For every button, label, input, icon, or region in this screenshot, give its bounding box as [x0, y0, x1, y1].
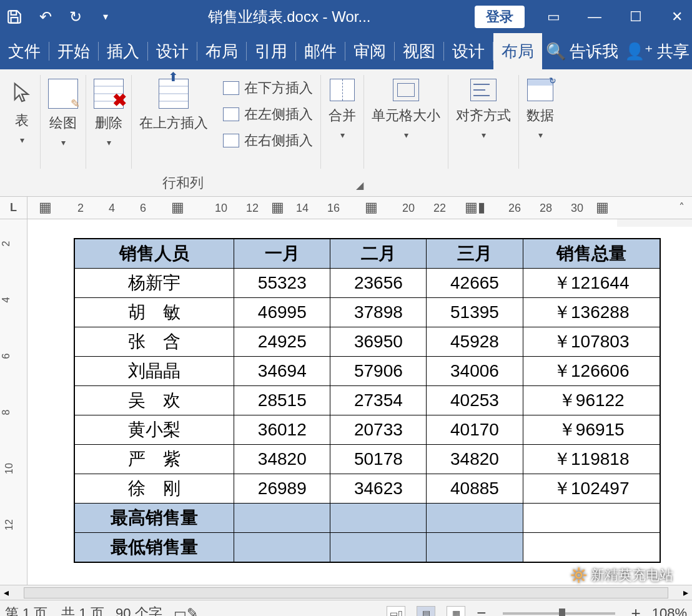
table-cell[interactable]: ￥96915 — [523, 415, 660, 445]
tab-table-layout[interactable]: 布局 — [493, 33, 542, 69]
table-cell[interactable]: 黄小梨 — [74, 415, 234, 445]
header-name[interactable]: 销售人员 — [74, 239, 234, 269]
table-cell[interactable]: 34694 — [234, 357, 330, 386]
table-cell[interactable]: 27354 — [330, 386, 427, 415]
min-label[interactable]: 最低销售量 — [74, 533, 234, 563]
table-row[interactable]: 黄小梨360122073340170￥96915 — [74, 415, 660, 445]
table-row[interactable]: 吴 欢285152735440253￥96122 — [74, 386, 660, 415]
table-cell[interactable]: 51395 — [427, 298, 523, 327]
zoom-thumb[interactable] — [559, 609, 565, 617]
tab-view[interactable]: 视图 — [395, 33, 443, 69]
table-row[interactable]: 杨新宇553232365642665￥121644 — [74, 269, 660, 298]
table-cell[interactable]: 40170 — [427, 415, 523, 445]
zoom-out-icon[interactable]: − — [477, 604, 486, 616]
minimize-icon[interactable]: — — [586, 9, 603, 25]
table-cell[interactable]: 24925 — [234, 327, 330, 357]
page-indicator[interactable]: 第 1 页，共 1 页 — [5, 604, 104, 617]
min-feb[interactable] — [330, 533, 427, 563]
table-cell[interactable]: ￥119818 — [523, 445, 660, 474]
delete-button[interactable]: ✖ 删除 ▾ — [94, 75, 124, 147]
table-cell[interactable]: 57906 — [330, 357, 427, 386]
max-total[interactable] — [523, 504, 660, 533]
tab-insert[interactable]: 插入 — [99, 33, 147, 69]
table-row[interactable]: 胡 敏469953789851395￥136288 — [74, 298, 660, 327]
table-cell[interactable]: 严 紫 — [74, 445, 234, 474]
table-cell[interactable]: ￥96122 — [523, 386, 660, 415]
merge-button[interactable]: 合并 ▾ — [329, 75, 356, 140]
table-cell[interactable]: 46995 — [234, 298, 330, 327]
table-cell[interactable]: 23656 — [330, 269, 427, 298]
header-jan[interactable]: 一月 — [234, 239, 330, 269]
table-cell[interactable]: 45928 — [427, 327, 523, 357]
table-cell[interactable]: ￥107803 — [523, 327, 660, 357]
undo-icon[interactable]: ↶ — [36, 8, 55, 26]
zoom-slider[interactable] — [503, 612, 615, 615]
scroll-left-icon[interactable]: ◂ — [0, 587, 12, 599]
tab-references[interactable]: 引用 — [247, 33, 295, 69]
insert-below-button[interactable]: 在下方插入 — [223, 79, 313, 97]
insert-right-button[interactable]: 在右侧插入 — [223, 131, 313, 150]
maximize-icon[interactable]: ☐ — [627, 9, 645, 25]
word-count[interactable]: 90 个字 — [116, 604, 162, 617]
table-cell[interactable]: 34820 — [234, 445, 330, 474]
select-table-button[interactable]: 表 ▾ — [11, 75, 32, 145]
sales-table[interactable]: 销售人员 一月 二月 三月 销售总量 杨新宇553232365642665￥12… — [74, 238, 661, 563]
insert-left-button[interactable]: 在左侧插入 — [223, 105, 313, 124]
table-row-min[interactable]: 最低销售量 — [74, 533, 660, 563]
table-row[interactable]: 张 含249253695045928￥107803 — [74, 327, 660, 357]
table-cell[interactable]: 37898 — [330, 298, 427, 327]
table-header-row[interactable]: 销售人员 一月 二月 三月 销售总量 — [74, 239, 660, 269]
table-cell[interactable]: 42665 — [427, 269, 523, 298]
table-cell[interactable]: 徐 刚 — [74, 474, 234, 504]
table-cell[interactable]: 40253 — [427, 386, 523, 415]
table-cell[interactable]: ￥126606 — [523, 357, 660, 386]
insert-above-button[interactable]: ⬆ 在上方插入 — [139, 75, 208, 132]
min-total[interactable] — [523, 533, 660, 563]
close-icon[interactable]: ✕ — [668, 9, 686, 25]
spellcheck-icon[interactable]: ▭✎ — [174, 605, 198, 617]
draw-button[interactable]: ✎ 绘图 ▾ — [48, 75, 78, 147]
cell-size-button[interactable]: 单元格大小 ▾ — [372, 75, 440, 140]
min-jan[interactable] — [234, 533, 330, 563]
max-feb[interactable] — [330, 504, 427, 533]
table-row-max[interactable]: 最高销售量 — [74, 504, 660, 533]
tab-layout[interactable]: 布局 — [197, 33, 246, 69]
table-cell[interactable]: 34623 — [330, 474, 427, 504]
tab-review[interactable]: 审阅 — [345, 33, 394, 69]
horizontal-ruler[interactable]: L ▦ 2 4 6 ▦ 10 12 ▦ 14 16 ▦ 20 22 ▦▮ 26 … — [0, 197, 692, 219]
save-icon[interactable] — [6, 9, 25, 25]
table-cell[interactable]: 34006 — [427, 357, 523, 386]
table-cell[interactable]: 36012 — [234, 415, 330, 445]
table-cell[interactable]: ￥121644 — [523, 269, 660, 298]
max-mar[interactable] — [427, 504, 523, 533]
table-cell[interactable]: 刘晶晶 — [74, 357, 234, 386]
tab-table-design[interactable]: 设计 — [444, 33, 493, 69]
scroll-right-icon[interactable]: ▸ — [680, 587, 692, 599]
table-cell[interactable]: ￥102497 — [523, 474, 660, 504]
data-button[interactable]: ↻ 数据 ▾ — [526, 75, 554, 140]
zoom-in-icon[interactable]: + — [631, 604, 641, 616]
table-cell[interactable]: 55323 — [234, 269, 330, 298]
header-feb[interactable]: 二月 — [330, 239, 427, 269]
ruler-collapse-icon[interactable]: ˄ — [679, 201, 685, 214]
align-button[interactable]: 对齐方式 ▾ — [456, 75, 511, 140]
vertical-ruler[interactable]: 2 4 6 8 10 12 — [0, 219, 27, 585]
tab-home[interactable]: 开始 — [49, 33, 98, 69]
tell-me[interactable]: 🔍 告诉我 — [546, 41, 618, 62]
scrollbar-track[interactable] — [24, 587, 668, 599]
qat-customize-icon[interactable]: ▾ — [96, 11, 115, 22]
table-cell[interactable]: 胡 敏 — [74, 298, 234, 327]
column-width-handle[interactable] — [617, 219, 692, 227]
redo-icon[interactable]: ↻ — [66, 8, 85, 26]
min-mar[interactable] — [427, 533, 523, 563]
max-label[interactable]: 最高销售量 — [74, 504, 234, 533]
table-row[interactable]: 严 紫348205017834820￥119818 — [74, 445, 660, 474]
table-row[interactable]: 徐 刚269893462340885￥102497 — [74, 474, 660, 504]
table-cell[interactable]: 20733 — [330, 415, 427, 445]
table-cell[interactable]: 26989 — [234, 474, 330, 504]
ribbon-display-icon[interactable]: ▭ — [545, 9, 562, 25]
table-cell[interactable]: 杨新宇 — [74, 269, 234, 298]
document-page[interactable]: 销售人员 一月 二月 三月 销售总量 杨新宇553232365642665￥12… — [27, 219, 692, 585]
tab-mailings[interactable]: 邮件 — [296, 33, 345, 69]
tab-design[interactable]: 设计 — [148, 33, 197, 69]
